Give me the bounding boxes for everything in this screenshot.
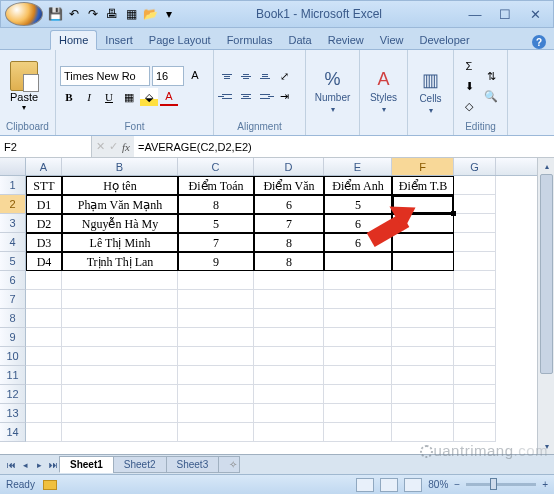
cell[interactable]: D2 [26,214,62,233]
cell[interactable] [178,328,254,347]
align-bottom-button[interactable] [256,67,274,85]
new-icon[interactable]: ▦ [123,6,139,22]
cell[interactable] [178,423,254,442]
cell[interactable] [26,328,62,347]
bold-button[interactable]: B [60,88,78,106]
cell[interactable]: 5 [178,214,254,233]
cell[interactable] [454,176,496,195]
open-icon[interactable]: 📂 [142,6,158,22]
cell[interactable] [62,290,178,309]
cell[interactable] [254,423,324,442]
tab-review[interactable]: Review [320,31,372,49]
font-color-button[interactable]: A [160,88,178,106]
cell[interactable]: 7 [178,233,254,252]
cell[interactable] [454,385,496,404]
help-icon[interactable]: ? [532,35,546,49]
cell[interactable] [324,252,392,271]
cell[interactable] [26,309,62,328]
cell[interactable] [392,423,454,442]
cell[interactable] [26,366,62,385]
cell[interactable]: Phạm Văn Mạnh [62,195,178,214]
row-header[interactable]: 2 [0,195,26,214]
cell[interactable] [178,309,254,328]
cell[interactable] [254,347,324,366]
cell[interactable] [26,423,62,442]
row-header[interactable]: 10 [0,347,26,366]
cell[interactable] [392,385,454,404]
cell[interactable] [62,366,178,385]
zoom-level[interactable]: 80% [428,479,448,490]
cell[interactable] [454,252,496,271]
row-header[interactable]: 13 [0,404,26,423]
cell[interactable] [178,366,254,385]
row-header[interactable]: 4 [0,233,26,252]
cell[interactable]: STT [26,176,62,195]
row-header[interactable]: 9 [0,328,26,347]
maximize-button[interactable]: ☐ [491,5,519,23]
cell[interactable] [26,385,62,404]
zoom-out-button[interactable]: − [454,479,460,490]
border-button[interactable]: ▦ [120,88,138,106]
align-top-button[interactable] [218,67,236,85]
cell[interactable] [254,290,324,309]
qat-dropdown-icon[interactable]: ▾ [161,6,177,22]
cell[interactable]: Điểm Anh [324,176,392,195]
row-header[interactable]: 7 [0,290,26,309]
cell[interactable] [324,366,392,385]
cell[interactable] [26,290,62,309]
cell[interactable] [62,347,178,366]
clear-button[interactable]: ◇ [460,97,478,115]
formula-bar[interactable]: =AVERAGE(C2,D2,E2) [134,136,554,157]
cell[interactable] [254,404,324,423]
page-break-view-button[interactable] [404,478,422,492]
save-icon[interactable]: 💾 [47,6,63,22]
tab-insert[interactable]: Insert [97,31,141,49]
cell[interactable] [26,404,62,423]
scroll-up-icon[interactable]: ▴ [538,158,554,174]
cell[interactable]: 6 [254,195,324,214]
cell[interactable] [454,271,496,290]
cell[interactable]: 8 [178,195,254,214]
align-right-button[interactable] [256,87,274,105]
cell[interactable] [392,404,454,423]
row-header[interactable]: 8 [0,309,26,328]
cell[interactable] [62,423,178,442]
find-button[interactable]: 🔍 [482,87,500,105]
cell[interactable] [392,271,454,290]
cell[interactable] [62,328,178,347]
worksheet-grid[interactable]: A B C D E F G 1234567891011121314 STT Họ… [0,158,554,454]
scrollbar-thumb[interactable] [540,174,553,374]
cell[interactable]: Nguyễn Hà My [62,214,178,233]
new-sheet-button[interactable]: ✧ [218,456,240,473]
cell[interactable] [324,271,392,290]
cell[interactable]: Họ tên [62,176,178,195]
row-header[interactable]: 5 [0,252,26,271]
name-box[interactable]: F2 [0,136,92,157]
cell[interactable] [392,252,454,271]
cell[interactable] [178,347,254,366]
row-header[interactable]: 3 [0,214,26,233]
cells-button[interactable]: ▥Cells▾ [412,69,449,115]
cell[interactable] [178,385,254,404]
cell[interactable] [324,385,392,404]
align-left-button[interactable] [218,87,236,105]
cell[interactable] [454,423,496,442]
zoom-slider-thumb[interactable] [490,478,497,490]
cell[interactable] [178,290,254,309]
styles-button[interactable]: AStyles▾ [364,69,403,114]
fill-button[interactable]: ⬇ [460,77,478,95]
cell[interactable] [454,214,496,233]
cell[interactable] [324,328,392,347]
italic-button[interactable]: I [80,88,98,106]
cell[interactable]: Lê Thị Minh [62,233,178,252]
row-header[interactable]: 1 [0,176,26,195]
tab-formulas[interactable]: Formulas [219,31,281,49]
tab-data[interactable]: Data [280,31,319,49]
cancel-formula-icon[interactable]: ✕ [96,140,105,153]
cell[interactable]: 9 [178,252,254,271]
cell[interactable] [254,328,324,347]
row-header[interactable]: 12 [0,385,26,404]
cell[interactable] [324,309,392,328]
col-header-e[interactable]: E [324,158,392,175]
cell[interactable] [324,347,392,366]
